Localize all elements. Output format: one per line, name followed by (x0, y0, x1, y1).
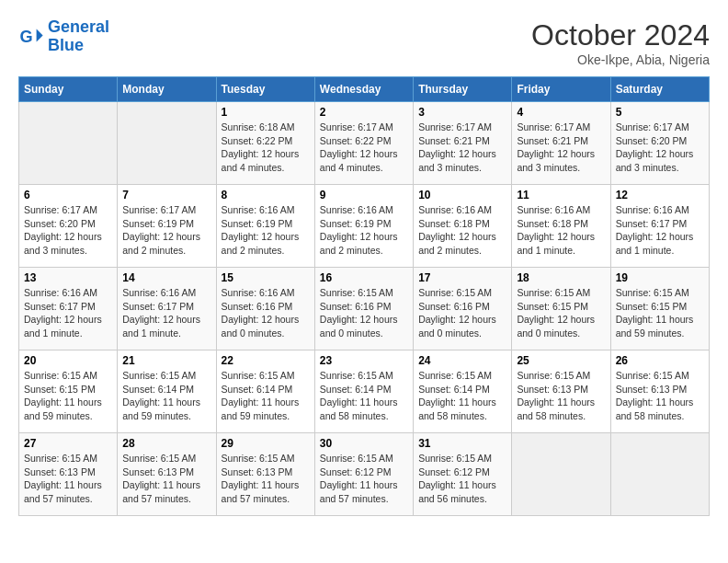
calendar-cell: 10Sunrise: 6:16 AM Sunset: 6:18 PM Dayli… (414, 185, 512, 268)
calendar-cell (118, 102, 216, 185)
logo-text: General Blue (48, 18, 109, 55)
day-number: 14 (122, 271, 210, 284)
calendar-week-5: 27Sunrise: 6:15 AM Sunset: 6:13 PM Dayli… (19, 433, 710, 516)
calendar-cell: 26Sunrise: 6:15 AM Sunset: 6:13 PM Dayli… (610, 350, 709, 433)
month-title: October 2024 (531, 18, 710, 52)
calendar-cell: 17Sunrise: 6:15 AM Sunset: 6:16 PM Dayli… (414, 268, 512, 350)
calendar-week-1: 1Sunrise: 6:18 AM Sunset: 6:22 PM Daylig… (19, 102, 710, 185)
dow-header-friday: Friday (512, 77, 610, 102)
day-number: 26 (616, 354, 704, 367)
day-info: Sunrise: 6:17 AM Sunset: 6:20 PM Dayligh… (24, 203, 112, 258)
day-info: Sunrise: 6:15 AM Sunset: 6:12 PM Dayligh… (418, 452, 506, 506)
day-number: 10 (418, 189, 506, 201)
day-info: Sunrise: 6:15 AM Sunset: 6:13 PM Dayligh… (24, 452, 112, 506)
day-info: Sunrise: 6:17 AM Sunset: 6:21 PM Dayligh… (418, 121, 506, 175)
svg-marker-1 (37, 29, 43, 41)
day-number: 5 (616, 106, 704, 119)
day-info: Sunrise: 6:15 AM Sunset: 6:15 PM Dayligh… (616, 286, 704, 340)
calendar-cell: 4Sunrise: 6:17 AM Sunset: 6:21 PM Daylig… (512, 102, 610, 185)
day-number: 11 (517, 189, 605, 201)
calendar-cell: 16Sunrise: 6:15 AM Sunset: 6:16 PM Dayli… (314, 268, 413, 350)
day-number: 1 (222, 106, 310, 119)
day-info: Sunrise: 6:15 AM Sunset: 6:13 PM Dayligh… (517, 369, 605, 423)
day-number: 19 (616, 271, 704, 284)
day-number: 13 (24, 271, 112, 284)
day-info: Sunrise: 6:15 AM Sunset: 6:16 PM Dayligh… (418, 286, 506, 340)
calendar-cell: 25Sunrise: 6:15 AM Sunset: 6:13 PM Dayli… (512, 350, 610, 433)
calendar-cell: 12Sunrise: 6:16 AM Sunset: 6:17 PM Dayli… (610, 185, 709, 268)
day-number: 24 (418, 354, 506, 367)
day-info: Sunrise: 6:16 AM Sunset: 6:16 PM Dayligh… (222, 286, 310, 340)
day-number: 29 (222, 437, 310, 450)
page-header: G General Blue October 2024 Oke-Ikpe, Ab… (18, 18, 710, 67)
day-info: Sunrise: 6:16 AM Sunset: 6:17 PM Dayligh… (24, 286, 112, 340)
dow-header-wednesday: Wednesday (314, 77, 413, 102)
calendar-week-4: 20Sunrise: 6:15 AM Sunset: 6:15 PM Dayli… (19, 350, 710, 433)
day-info: Sunrise: 6:17 AM Sunset: 6:20 PM Dayligh… (616, 121, 704, 175)
calendar-cell: 13Sunrise: 6:16 AM Sunset: 6:17 PM Dayli… (19, 268, 118, 350)
day-number: 7 (122, 189, 210, 201)
calendar-cell: 14Sunrise: 6:16 AM Sunset: 6:17 PM Dayli… (118, 268, 216, 350)
day-info: Sunrise: 6:15 AM Sunset: 6:14 PM Dayligh… (222, 369, 310, 423)
calendar-cell: 7Sunrise: 6:17 AM Sunset: 6:19 PM Daylig… (118, 185, 216, 268)
calendar-cell (19, 102, 118, 185)
calendar-cell: 31Sunrise: 6:15 AM Sunset: 6:12 PM Dayli… (414, 433, 512, 516)
day-number: 12 (616, 189, 704, 201)
day-number: 22 (222, 354, 310, 367)
day-info: Sunrise: 6:16 AM Sunset: 6:17 PM Dayligh… (616, 203, 704, 258)
calendar-cell: 29Sunrise: 6:15 AM Sunset: 6:13 PM Dayli… (216, 433, 314, 516)
calendar-week-2: 6Sunrise: 6:17 AM Sunset: 6:20 PM Daylig… (19, 185, 710, 268)
day-number: 6 (24, 189, 112, 201)
calendar-cell: 20Sunrise: 6:15 AM Sunset: 6:15 PM Dayli… (19, 350, 118, 433)
calendar-cell (610, 433, 709, 516)
day-number: 9 (320, 189, 408, 201)
day-number: 4 (517, 106, 605, 119)
dow-header-sunday: Sunday (19, 77, 118, 102)
logo: G General Blue (18, 18, 109, 55)
calendar-cell: 28Sunrise: 6:15 AM Sunset: 6:13 PM Dayli… (118, 433, 216, 516)
day-info: Sunrise: 6:18 AM Sunset: 6:22 PM Dayligh… (222, 121, 310, 175)
day-info: Sunrise: 6:15 AM Sunset: 6:16 PM Dayligh… (320, 286, 408, 340)
day-number: 20 (24, 354, 112, 367)
calendar-cell: 27Sunrise: 6:15 AM Sunset: 6:13 PM Dayli… (19, 433, 118, 516)
day-number: 30 (320, 437, 408, 450)
day-number: 8 (222, 189, 310, 201)
dow-header-monday: Monday (118, 77, 216, 102)
day-info: Sunrise: 6:16 AM Sunset: 6:18 PM Dayligh… (517, 203, 605, 258)
day-info: Sunrise: 6:16 AM Sunset: 6:18 PM Dayligh… (418, 203, 506, 258)
day-number: 31 (418, 437, 506, 450)
calendar-cell: 5Sunrise: 6:17 AM Sunset: 6:20 PM Daylig… (610, 102, 709, 185)
day-info: Sunrise: 6:15 AM Sunset: 6:14 PM Dayligh… (320, 369, 408, 423)
day-number: 21 (122, 354, 210, 367)
location-subtitle: Oke-Ikpe, Abia, Nigeria (531, 52, 710, 67)
day-number: 2 (320, 106, 408, 119)
calendar-cell: 8Sunrise: 6:16 AM Sunset: 6:19 PM Daylig… (216, 185, 314, 268)
logo-icon: G (18, 24, 44, 50)
dow-header-saturday: Saturday (610, 77, 709, 102)
calendar-cell: 1Sunrise: 6:18 AM Sunset: 6:22 PM Daylig… (216, 102, 314, 185)
day-info: Sunrise: 6:15 AM Sunset: 6:15 PM Dayligh… (24, 369, 112, 423)
calendar-cell: 11Sunrise: 6:16 AM Sunset: 6:18 PM Dayli… (512, 185, 610, 268)
day-number: 17 (418, 271, 506, 284)
svg-text:G: G (19, 27, 32, 45)
calendar-week-3: 13Sunrise: 6:16 AM Sunset: 6:17 PM Dayli… (19, 268, 710, 350)
calendar-cell: 6Sunrise: 6:17 AM Sunset: 6:20 PM Daylig… (19, 185, 118, 268)
calendar-cell: 3Sunrise: 6:17 AM Sunset: 6:21 PM Daylig… (414, 102, 512, 185)
calendar-cell: 22Sunrise: 6:15 AM Sunset: 6:14 PM Dayli… (216, 350, 314, 433)
day-number: 18 (517, 271, 605, 284)
calendar-table: SundayMondayTuesdayWednesdayThursdayFrid… (18, 76, 710, 516)
day-number: 28 (122, 437, 210, 450)
calendar-cell: 15Sunrise: 6:16 AM Sunset: 6:16 PM Dayli… (216, 268, 314, 350)
day-info: Sunrise: 6:15 AM Sunset: 6:13 PM Dayligh… (222, 452, 310, 506)
day-number: 27 (24, 437, 112, 450)
day-info: Sunrise: 6:17 AM Sunset: 6:22 PM Dayligh… (320, 121, 408, 175)
day-info: Sunrise: 6:16 AM Sunset: 6:19 PM Dayligh… (222, 203, 310, 258)
day-number: 23 (320, 354, 408, 367)
day-info: Sunrise: 6:17 AM Sunset: 6:19 PM Dayligh… (122, 203, 210, 258)
title-block: October 2024 Oke-Ikpe, Abia, Nigeria (531, 18, 710, 67)
day-info: Sunrise: 6:15 AM Sunset: 6:12 PM Dayligh… (320, 452, 408, 506)
dow-header-thursday: Thursday (414, 77, 512, 102)
day-number: 15 (222, 271, 310, 284)
day-info: Sunrise: 6:15 AM Sunset: 6:15 PM Dayligh… (517, 286, 605, 340)
calendar-cell: 23Sunrise: 6:15 AM Sunset: 6:14 PM Dayli… (314, 350, 413, 433)
